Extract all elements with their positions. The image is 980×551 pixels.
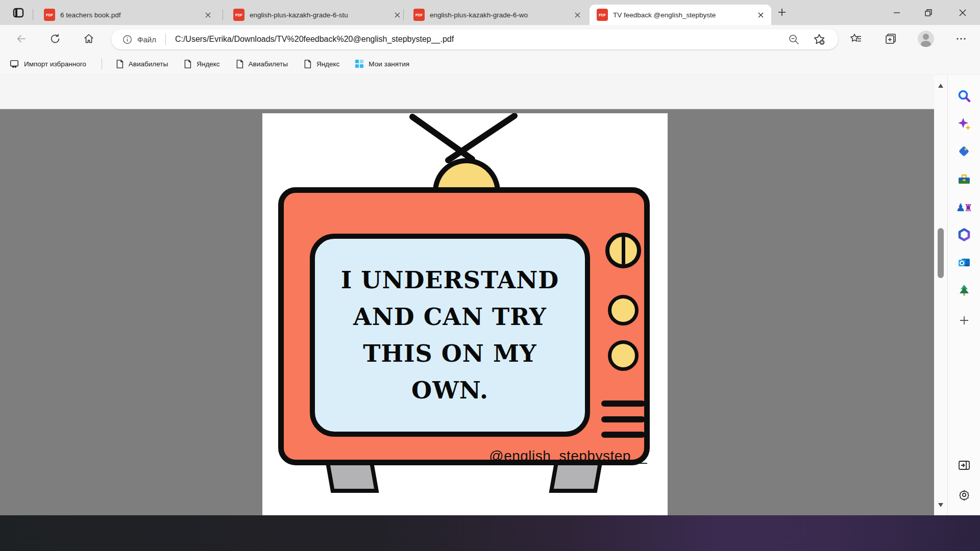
grid-icon xyxy=(355,59,364,68)
page-icon xyxy=(183,59,192,69)
sidebar-search-icon[interactable] xyxy=(956,88,972,104)
tv-speaker-bar xyxy=(601,400,645,407)
tv-text-line: this on my xyxy=(363,335,536,372)
windows-taskbar: 5°C Cloudy xyxy=(0,515,980,551)
pdf-file-icon: PDF xyxy=(413,9,425,21)
import-favorites-button[interactable]: Импорт избранного xyxy=(9,59,86,69)
tab-close-icon[interactable] xyxy=(571,8,584,21)
favorites-bar-icon[interactable] xyxy=(848,31,864,46)
back-button[interactable] xyxy=(14,32,29,46)
bookmarks-separator xyxy=(102,58,102,69)
page-info-icon[interactable] xyxy=(122,35,132,44)
tv-screen: I understand and can try this on my own. xyxy=(310,234,590,437)
tv-leg-right xyxy=(549,461,603,493)
bookmark-aviabilety-1[interactable]: Авиабилеты xyxy=(115,59,168,69)
tab-title: english-plus-kazakh-grade-6-stu xyxy=(250,11,390,19)
pdf-file-icon: PDF xyxy=(44,9,55,21)
bookmark-label: Яндекс xyxy=(316,60,339,68)
bookmark-label: Авиабилеты xyxy=(249,60,288,68)
pdf-toolbar: из 6 A xyxy=(0,75,934,109)
address-divider xyxy=(165,34,166,45)
workspaces-icon[interactable] xyxy=(12,7,24,19)
sidebar-customize-plus-icon[interactable] xyxy=(956,312,972,329)
zoom-out-page-icon[interactable] xyxy=(786,33,801,45)
pdf-page: I understand and can try this on my own.… xyxy=(262,113,668,515)
tv-knob-bottom xyxy=(608,340,639,371)
instagram-handle-text: @english_stepbystep__ xyxy=(432,448,647,464)
bookmark-label: Яндекс xyxy=(197,60,219,68)
collections-icon[interactable] xyxy=(883,31,898,46)
file-scheme-label: Файл xyxy=(137,35,156,44)
profile-avatar[interactable] xyxy=(918,31,934,47)
tab-title: TV feedback @english_stepbyste xyxy=(613,11,754,19)
sidebar-toolbox-icon[interactable] xyxy=(956,171,972,188)
refresh-button[interactable] xyxy=(48,32,62,46)
tab-3[interactable]: PDF english-plus-kazakh-grade-6-wo xyxy=(406,5,588,25)
page-icon xyxy=(303,59,312,69)
window-minimize-button[interactable] xyxy=(881,0,912,25)
sidebar-settings-gear-icon[interactable] xyxy=(956,487,972,503)
bookmark-aviabilety-2[interactable]: Авиабилеты xyxy=(235,59,288,69)
tab-divider xyxy=(33,9,33,20)
new-tab-button[interactable] xyxy=(777,7,787,17)
tab-divider xyxy=(223,9,223,20)
tab-divider xyxy=(403,9,404,20)
home-button[interactable] xyxy=(82,32,96,46)
tv-text-line: and can try xyxy=(353,298,547,335)
desktop: PDF 6 teachers book.pdf PDF english-plus… xyxy=(0,0,980,551)
url-text: C:/Users/Evrika/Downloads/TV%20feedback%… xyxy=(175,35,454,44)
address-field[interactable]: Файл C:/Users/Evrika/Downloads/TV%20feed… xyxy=(111,29,838,49)
tab-title: english-plus-kazakh-grade-6-wo xyxy=(430,11,571,19)
scroll-up-icon[interactable] xyxy=(938,83,944,88)
page-icon xyxy=(115,59,124,69)
tab-close-icon[interactable] xyxy=(390,8,404,21)
tab-4-active[interactable]: PDF TV feedback @english_stepbyste xyxy=(590,5,771,25)
sidebar-copilot-icon[interactable] xyxy=(956,116,972,132)
tv-speaker-bar xyxy=(601,432,645,438)
tv-text-line: own. xyxy=(411,372,488,409)
bookmark-yandex-1[interactable]: Яндекс xyxy=(183,59,219,69)
tab-close-icon[interactable] xyxy=(201,8,214,21)
sidebar-panel-toggle-icon[interactable] xyxy=(956,457,972,473)
import-favorites-icon xyxy=(9,59,19,69)
sidebar-outlook-icon[interactable] xyxy=(956,255,972,271)
window-restore-button[interactable] xyxy=(913,0,944,25)
sidebar-games-icon[interactable]: ♟♜ xyxy=(956,199,972,216)
pdf-scrollbar[interactable] xyxy=(934,75,947,515)
bookmark-label: Мои занятия xyxy=(369,60,409,68)
bookmark-yandex-2[interactable]: Яндекс xyxy=(303,59,339,69)
tv-body: I understand and can try this on my own.… xyxy=(278,187,650,465)
tab-1[interactable]: PDF 6 teachers book.pdf xyxy=(37,5,218,25)
sidebar-shopping-icon[interactable] xyxy=(956,143,972,160)
scrollbar-thumb[interactable] xyxy=(938,228,944,278)
tab-title: 6 teachers book.pdf xyxy=(60,11,201,19)
bookmarks-bar: Импорт избранного Авиабилеты Яндекс Авиа… xyxy=(0,53,980,75)
bookmark-moi-zanyatiya[interactable]: Мои занятия xyxy=(355,59,409,68)
page-icon xyxy=(235,59,244,69)
tv-speaker-bar xyxy=(601,416,645,422)
tab-strip: PDF 6 teachers book.pdf PDF english-plus… xyxy=(0,0,980,25)
tab-close-icon[interactable] xyxy=(754,8,767,21)
bookmark-label: Авиабилеты xyxy=(129,60,168,68)
pdf-file-icon: PDF xyxy=(597,9,608,21)
pdf-viewer-area[interactable]: I understand and can try this on my own.… xyxy=(0,109,934,515)
tab-2[interactable]: PDF english-plus-kazakh-grade-6-stu xyxy=(226,5,408,25)
tv-dial xyxy=(605,233,641,268)
pdf-file-icon: PDF xyxy=(233,9,244,21)
tv-knob-top xyxy=(608,295,639,325)
sidebar-microsoft365-icon[interactable] xyxy=(956,227,972,243)
scroll-down-icon[interactable] xyxy=(938,503,944,508)
tv-text-line: I understand xyxy=(341,262,559,298)
edge-sidebar: ♟♜ xyxy=(947,75,980,515)
window-close-button[interactable] xyxy=(945,0,980,25)
browser-menu-icon[interactable] xyxy=(953,31,969,46)
sidebar-tree-icon[interactable] xyxy=(956,282,972,298)
add-favorite-icon[interactable] xyxy=(812,33,827,46)
tv-leg-left xyxy=(326,461,379,493)
address-bar-row: Файл C:/Users/Evrika/Downloads/TV%20feed… xyxy=(0,25,980,53)
import-favorites-label: Импорт избранного xyxy=(24,60,86,68)
